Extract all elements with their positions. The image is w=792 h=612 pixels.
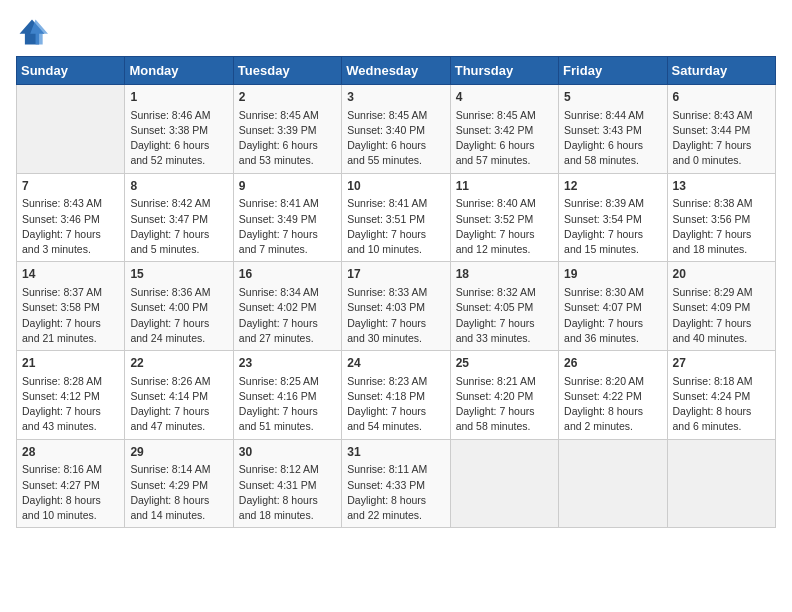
day-number: 4 xyxy=(456,89,553,106)
day-number: 22 xyxy=(130,355,227,372)
calendar-cell: 11Sunrise: 8:40 AMSunset: 3:52 PMDayligh… xyxy=(450,173,558,262)
day-info: Sunrise: 8:45 AMSunset: 3:40 PMDaylight:… xyxy=(347,108,444,169)
day-number: 8 xyxy=(130,178,227,195)
day-number: 9 xyxy=(239,178,336,195)
day-info: Sunrise: 8:45 AMSunset: 3:42 PMDaylight:… xyxy=(456,108,553,169)
day-info: Sunrise: 8:12 AMSunset: 4:31 PMDaylight:… xyxy=(239,462,336,523)
day-number: 31 xyxy=(347,444,444,461)
day-number: 19 xyxy=(564,266,661,283)
day-number: 3 xyxy=(347,89,444,106)
day-info: Sunrise: 8:11 AMSunset: 4:33 PMDaylight:… xyxy=(347,462,444,523)
page-header xyxy=(16,16,776,48)
day-number: 18 xyxy=(456,266,553,283)
calendar-cell: 8Sunrise: 8:42 AMSunset: 3:47 PMDaylight… xyxy=(125,173,233,262)
day-number: 10 xyxy=(347,178,444,195)
calendar-cell: 14Sunrise: 8:37 AMSunset: 3:58 PMDayligh… xyxy=(17,262,125,351)
weekday-header: Saturday xyxy=(667,57,775,85)
calendar-cell: 16Sunrise: 8:34 AMSunset: 4:02 PMDayligh… xyxy=(233,262,341,351)
day-number: 1 xyxy=(130,89,227,106)
calendar-cell: 19Sunrise: 8:30 AMSunset: 4:07 PMDayligh… xyxy=(559,262,667,351)
day-info: Sunrise: 8:42 AMSunset: 3:47 PMDaylight:… xyxy=(130,196,227,257)
day-info: Sunrise: 8:18 AMSunset: 4:24 PMDaylight:… xyxy=(673,374,770,435)
day-info: Sunrise: 8:23 AMSunset: 4:18 PMDaylight:… xyxy=(347,374,444,435)
day-info: Sunrise: 8:37 AMSunset: 3:58 PMDaylight:… xyxy=(22,285,119,346)
calendar-cell: 13Sunrise: 8:38 AMSunset: 3:56 PMDayligh… xyxy=(667,173,775,262)
day-number: 2 xyxy=(239,89,336,106)
calendar-cell: 18Sunrise: 8:32 AMSunset: 4:05 PMDayligh… xyxy=(450,262,558,351)
day-info: Sunrise: 8:32 AMSunset: 4:05 PMDaylight:… xyxy=(456,285,553,346)
day-number: 6 xyxy=(673,89,770,106)
calendar-cell: 22Sunrise: 8:26 AMSunset: 4:14 PMDayligh… xyxy=(125,351,233,440)
day-info: Sunrise: 8:46 AMSunset: 3:38 PMDaylight:… xyxy=(130,108,227,169)
day-info: Sunrise: 8:43 AMSunset: 3:46 PMDaylight:… xyxy=(22,196,119,257)
calendar-cell: 20Sunrise: 8:29 AMSunset: 4:09 PMDayligh… xyxy=(667,262,775,351)
day-number: 20 xyxy=(673,266,770,283)
calendar-cell xyxy=(667,439,775,528)
logo-icon xyxy=(16,16,48,48)
calendar-cell: 28Sunrise: 8:16 AMSunset: 4:27 PMDayligh… xyxy=(17,439,125,528)
day-info: Sunrise: 8:34 AMSunset: 4:02 PMDaylight:… xyxy=(239,285,336,346)
day-info: Sunrise: 8:38 AMSunset: 3:56 PMDaylight:… xyxy=(673,196,770,257)
calendar-cell: 4Sunrise: 8:45 AMSunset: 3:42 PMDaylight… xyxy=(450,85,558,174)
day-info: Sunrise: 8:33 AMSunset: 4:03 PMDaylight:… xyxy=(347,285,444,346)
calendar-cell: 25Sunrise: 8:21 AMSunset: 4:20 PMDayligh… xyxy=(450,351,558,440)
calendar-cell: 26Sunrise: 8:20 AMSunset: 4:22 PMDayligh… xyxy=(559,351,667,440)
day-info: Sunrise: 8:41 AMSunset: 3:51 PMDaylight:… xyxy=(347,196,444,257)
calendar-cell: 27Sunrise: 8:18 AMSunset: 4:24 PMDayligh… xyxy=(667,351,775,440)
day-number: 5 xyxy=(564,89,661,106)
calendar-cell: 30Sunrise: 8:12 AMSunset: 4:31 PMDayligh… xyxy=(233,439,341,528)
calendar-cell: 9Sunrise: 8:41 AMSunset: 3:49 PMDaylight… xyxy=(233,173,341,262)
calendar-cell: 7Sunrise: 8:43 AMSunset: 3:46 PMDaylight… xyxy=(17,173,125,262)
day-info: Sunrise: 8:41 AMSunset: 3:49 PMDaylight:… xyxy=(239,196,336,257)
day-info: Sunrise: 8:21 AMSunset: 4:20 PMDaylight:… xyxy=(456,374,553,435)
weekday-header: Wednesday xyxy=(342,57,450,85)
logo xyxy=(16,16,52,48)
day-info: Sunrise: 8:45 AMSunset: 3:39 PMDaylight:… xyxy=(239,108,336,169)
weekday-header: Friday xyxy=(559,57,667,85)
calendar-cell: 23Sunrise: 8:25 AMSunset: 4:16 PMDayligh… xyxy=(233,351,341,440)
day-info: Sunrise: 8:43 AMSunset: 3:44 PMDaylight:… xyxy=(673,108,770,169)
day-number: 11 xyxy=(456,178,553,195)
calendar-cell: 10Sunrise: 8:41 AMSunset: 3:51 PMDayligh… xyxy=(342,173,450,262)
calendar-cell: 24Sunrise: 8:23 AMSunset: 4:18 PMDayligh… xyxy=(342,351,450,440)
day-info: Sunrise: 8:20 AMSunset: 4:22 PMDaylight:… xyxy=(564,374,661,435)
calendar-table: SundayMondayTuesdayWednesdayThursdayFrid… xyxy=(16,56,776,528)
calendar-cell xyxy=(17,85,125,174)
day-info: Sunrise: 8:30 AMSunset: 4:07 PMDaylight:… xyxy=(564,285,661,346)
day-number: 17 xyxy=(347,266,444,283)
calendar-cell: 12Sunrise: 8:39 AMSunset: 3:54 PMDayligh… xyxy=(559,173,667,262)
day-number: 7 xyxy=(22,178,119,195)
day-number: 23 xyxy=(239,355,336,372)
calendar-cell: 2Sunrise: 8:45 AMSunset: 3:39 PMDaylight… xyxy=(233,85,341,174)
day-number: 26 xyxy=(564,355,661,372)
day-number: 21 xyxy=(22,355,119,372)
calendar-cell: 15Sunrise: 8:36 AMSunset: 4:00 PMDayligh… xyxy=(125,262,233,351)
day-info: Sunrise: 8:44 AMSunset: 3:43 PMDaylight:… xyxy=(564,108,661,169)
day-info: Sunrise: 8:36 AMSunset: 4:00 PMDaylight:… xyxy=(130,285,227,346)
day-info: Sunrise: 8:25 AMSunset: 4:16 PMDaylight:… xyxy=(239,374,336,435)
calendar-cell xyxy=(559,439,667,528)
day-number: 28 xyxy=(22,444,119,461)
day-info: Sunrise: 8:28 AMSunset: 4:12 PMDaylight:… xyxy=(22,374,119,435)
weekday-header: Sunday xyxy=(17,57,125,85)
day-info: Sunrise: 8:16 AMSunset: 4:27 PMDaylight:… xyxy=(22,462,119,523)
calendar-cell: 31Sunrise: 8:11 AMSunset: 4:33 PMDayligh… xyxy=(342,439,450,528)
calendar-cell: 3Sunrise: 8:45 AMSunset: 3:40 PMDaylight… xyxy=(342,85,450,174)
day-number: 15 xyxy=(130,266,227,283)
calendar-cell: 29Sunrise: 8:14 AMSunset: 4:29 PMDayligh… xyxy=(125,439,233,528)
day-info: Sunrise: 8:39 AMSunset: 3:54 PMDaylight:… xyxy=(564,196,661,257)
calendar-cell: 1Sunrise: 8:46 AMSunset: 3:38 PMDaylight… xyxy=(125,85,233,174)
day-number: 13 xyxy=(673,178,770,195)
day-info: Sunrise: 8:40 AMSunset: 3:52 PMDaylight:… xyxy=(456,196,553,257)
day-number: 14 xyxy=(22,266,119,283)
calendar-cell xyxy=(450,439,558,528)
day-number: 29 xyxy=(130,444,227,461)
day-number: 27 xyxy=(673,355,770,372)
weekday-header: Monday xyxy=(125,57,233,85)
day-number: 16 xyxy=(239,266,336,283)
day-info: Sunrise: 8:14 AMSunset: 4:29 PMDaylight:… xyxy=(130,462,227,523)
calendar-cell: 5Sunrise: 8:44 AMSunset: 3:43 PMDaylight… xyxy=(559,85,667,174)
day-number: 12 xyxy=(564,178,661,195)
day-info: Sunrise: 8:26 AMSunset: 4:14 PMDaylight:… xyxy=(130,374,227,435)
weekday-header: Thursday xyxy=(450,57,558,85)
